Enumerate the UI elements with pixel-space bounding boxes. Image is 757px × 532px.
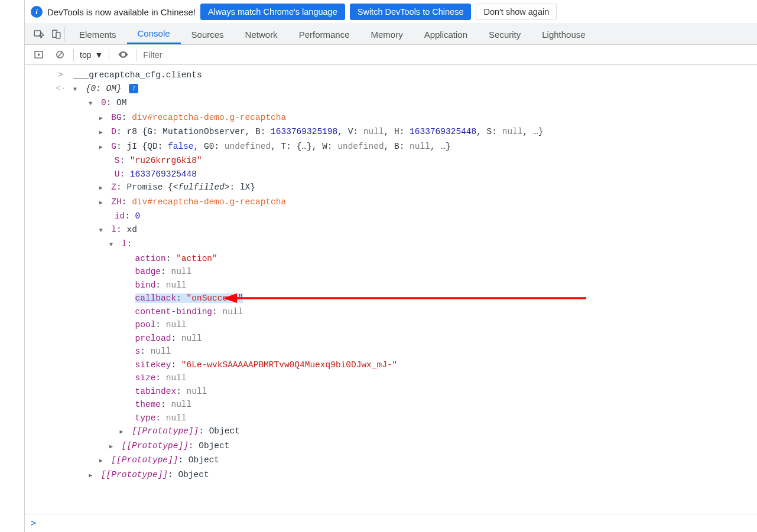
tree-node[interactable]: l: [25, 237, 757, 252]
devtools-infobar: i DevTools is now available in Chinese! … [25, 0, 757, 24]
always-match-language-button[interactable]: Always match Chrome's language [200, 4, 345, 20]
tab-network[interactable]: Network [235, 24, 288, 44]
tree-node[interactable]: [[Prototype]]: Object [25, 425, 757, 439]
device-toggle-icon[interactable] [47, 27, 65, 41]
tree-leaf: sitekey: "6Le-wvkSAAAAAPBMRTvw0Q4Muexq9b… [25, 358, 757, 372]
tree-leaf: U: 1633769325448 [25, 168, 757, 181]
tree-leaf: pool: null [25, 318, 757, 332]
tab-lighthouse[interactable]: Lighthouse [531, 24, 596, 44]
svg-rect-2 [56, 32, 60, 38]
tree-node[interactable]: G: jI {QD: false, G0: undefined, T: {…},… [25, 140, 757, 155]
toolbar-separator [73, 49, 74, 61]
console-input-echo: > ___grecaptcha_cfg.clients [25, 68, 757, 82]
tree-node[interactable]: [[Prototype]]: Object [25, 439, 757, 454]
tab-console[interactable]: Console [127, 24, 181, 44]
tree-node[interactable]: BG: div#recaptcha-demo.g-recaptcha [25, 111, 757, 126]
tree-leaf: bind: null [25, 279, 757, 292]
tree-node[interactable]: [[Prototype]]: Object [25, 453, 757, 468]
infobar-message: DevTools is now available in Chinese! [47, 7, 196, 17]
tree-leaf: S: "ru26krrg6ki8" [25, 154, 757, 168]
toggle-drawer-icon[interactable] [31, 47, 46, 63]
window-left-gutter [0, 0, 25, 532]
tab-sources[interactable]: Sources [181, 24, 235, 44]
tree-leaf: preload: null [25, 332, 757, 345]
tree-node[interactable]: D: r8 {G: MutationObserver, B: 163376932… [25, 125, 757, 140]
console-prompt[interactable]: > [25, 514, 757, 532]
tab-application[interactable]: Application [414, 24, 478, 44]
tab-memory[interactable]: Memory [360, 24, 414, 44]
tree-leaf: badge: null [25, 265, 757, 279]
console-filter-input[interactable] [143, 48, 757, 62]
console-toolbar: top ▼ [25, 45, 757, 65]
toolbar-separator [109, 49, 109, 61]
tree-leaf: id: 0 [25, 210, 757, 223]
tree-node[interactable]: ZH: div#recaptcha-demo.g-recaptcha [25, 195, 757, 210]
console-output[interactable]: > ___grecaptcha_cfg.clients <· {0: OM} i… [25, 65, 757, 514]
context-label: top [80, 50, 91, 60]
tree-leaf: theme: null [25, 398, 757, 412]
chevron-down-icon: ▼ [95, 50, 103, 60]
info-icon: i [31, 6, 43, 18]
tree-leaf: size: null [25, 371, 757, 385]
context-selector[interactable]: top ▼ [80, 50, 103, 60]
tree-node[interactable]: l: xd [25, 223, 757, 238]
tree-leaf: tabindex: null [25, 385, 757, 399]
tree-node[interactable]: Z: Promise {<fulfilled>: lX} [25, 181, 757, 195]
info-icon[interactable]: i [129, 84, 138, 93]
tab-security[interactable]: Security [478, 24, 531, 44]
tree-leaf: action: "action" [25, 252, 757, 266]
clear-console-icon[interactable] [52, 47, 67, 63]
tab-performance[interactable]: Performance [288, 24, 360, 44]
tree-node[interactable]: 0: OM [25, 96, 757, 111]
devtools-tabstrip: Elements Console Sources Network Perform… [25, 24, 757, 45]
live-expression-eye-icon[interactable] [115, 47, 131, 63]
tree-leaf: type: null [25, 412, 757, 425]
toolbar-separator [137, 49, 137, 61]
switch-language-button[interactable]: Switch DevTools to Chinese [350, 4, 472, 20]
dont-show-again-button[interactable]: Don't show again [476, 4, 557, 20]
tree-leaf: s: null [25, 345, 757, 358]
tree-leaf: content-binding: null [25, 305, 757, 319]
tree-node[interactable]: [[Prototype]]: Object [25, 468, 757, 483]
tab-elements[interactable]: Elements [69, 24, 127, 44]
inspect-element-icon[interactable] [30, 29, 47, 40]
tree-leaf-callback: callback: "onSuccess" [25, 292, 757, 305]
result-root[interactable]: <· {0: OM} i [25, 82, 757, 97]
